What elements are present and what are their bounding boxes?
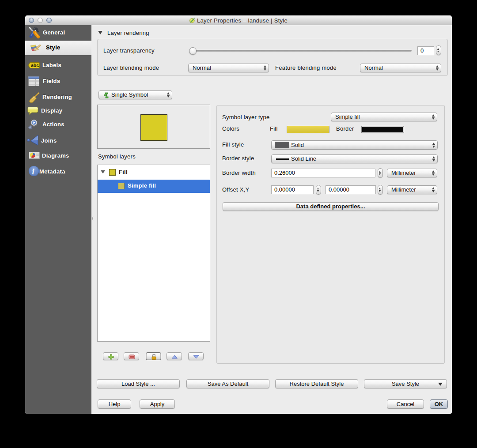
svg-text:i: i bbox=[32, 167, 34, 176]
svg-text:abc: abc bbox=[31, 63, 39, 68]
